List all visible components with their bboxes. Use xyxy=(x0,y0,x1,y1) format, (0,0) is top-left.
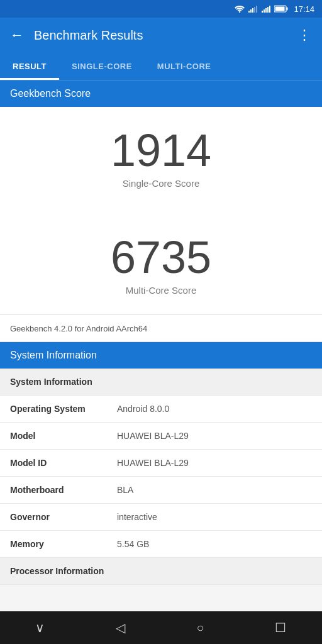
app-bar: ← Benchmark Results ⋮ xyxy=(0,18,322,53)
row-label: Operating System xyxy=(10,404,117,414)
tab-result[interactable]: RESULT xyxy=(0,53,59,80)
nav-down-button[interactable]: ∨ xyxy=(35,620,45,635)
wifi-icon xyxy=(235,5,245,13)
row-value: 5.54 GB xyxy=(117,539,149,549)
single-core-score: 1914 xyxy=(111,126,211,175)
row-label: Motherboard xyxy=(10,485,117,495)
table-row: System Information xyxy=(0,369,322,396)
svg-rect-7 xyxy=(264,9,265,13)
row-label: Governor xyxy=(10,512,117,522)
row-value: HUAWEI BLA-L29 xyxy=(117,458,189,468)
svg-rect-12 xyxy=(275,7,285,11)
table-row: Governor interactive xyxy=(0,504,322,531)
geekbench-score-title: Geekbench Score xyxy=(10,88,91,99)
svg-point-0 xyxy=(239,11,240,13)
svg-rect-10 xyxy=(269,6,270,13)
single-core-label: Single-Core Score xyxy=(123,178,200,189)
svg-rect-1 xyxy=(248,11,250,13)
multi-core-score: 6735 xyxy=(111,233,211,282)
multi-core-label: Multi-Core Score xyxy=(126,285,197,296)
version-text: Geekbench 4.2.0 for Android AArch64 xyxy=(10,324,147,333)
nav-back-button[interactable]: ◁ xyxy=(116,620,125,635)
table-row: Motherboard BLA xyxy=(0,477,322,504)
row-value: Android 8.0.0 xyxy=(117,404,169,414)
battery-icon xyxy=(274,5,288,13)
svg-rect-5 xyxy=(256,6,257,13)
svg-rect-2 xyxy=(250,9,252,13)
svg-rect-9 xyxy=(267,7,269,13)
status-icons: 17:14 xyxy=(235,4,314,14)
table-row: Model HUAWEI BLA-L29 xyxy=(0,423,322,450)
nav-home-button[interactable]: ○ xyxy=(196,621,204,635)
bottom-navigation: ∨ ◁ ○ ☐ xyxy=(0,611,322,644)
nav-recent-button[interactable]: ☐ xyxy=(275,620,286,635)
tab-multi-core[interactable]: MULTI-CORE xyxy=(145,53,224,80)
geekbench-score-header: Geekbench Score xyxy=(0,80,322,107)
multi-core-block: 6735 Multi-Core Score xyxy=(111,233,211,296)
row-value: interactive xyxy=(117,512,157,522)
cell-signal-1-icon xyxy=(248,5,258,13)
row-label: Model ID xyxy=(10,458,117,468)
table-row: Model ID HUAWEI BLA-L29 xyxy=(0,450,322,477)
score-area: 1914 Single-Core Score 6735 Multi-Core S… xyxy=(0,107,322,314)
row-value: HUAWEI BLA-L29 xyxy=(117,431,189,441)
svg-rect-6 xyxy=(262,11,263,13)
system-info-title: System Information xyxy=(10,350,97,360)
table-row: Memory 5.54 GB xyxy=(0,531,322,558)
table-row: Operating System Android 8.0.0 xyxy=(0,396,322,423)
back-button[interactable]: ← xyxy=(10,27,24,43)
row-label: Model xyxy=(10,431,117,441)
status-bar: 17:14 xyxy=(0,0,322,18)
single-core-block: 1914 Single-Core Score xyxy=(111,126,211,189)
tab-bar: RESULT SINGLE-CORE MULTI-CORE xyxy=(0,53,322,80)
svg-rect-4 xyxy=(254,7,255,13)
system-info-table: System Information Operating System Andr… xyxy=(0,369,322,585)
row-label: Memory xyxy=(10,539,117,549)
row-label: Processor Information xyxy=(10,566,117,576)
table-row: Processor Information xyxy=(0,558,322,585)
more-options-button[interactable]: ⋮ xyxy=(297,27,312,43)
svg-rect-3 xyxy=(252,8,253,13)
version-bar: Geekbench 4.2.0 for Android AArch64 xyxy=(0,314,322,342)
page-title: Benchmark Results xyxy=(34,28,287,43)
tab-single-core[interactable]: SINGLE-CORE xyxy=(59,53,145,80)
system-info-header: System Information xyxy=(0,342,322,369)
svg-rect-8 xyxy=(265,8,267,13)
row-value: BLA xyxy=(117,485,133,495)
status-time: 17:14 xyxy=(294,4,314,14)
svg-rect-13 xyxy=(287,8,288,11)
cell-signal-2-icon xyxy=(261,5,271,13)
row-label: System Information xyxy=(10,377,117,387)
